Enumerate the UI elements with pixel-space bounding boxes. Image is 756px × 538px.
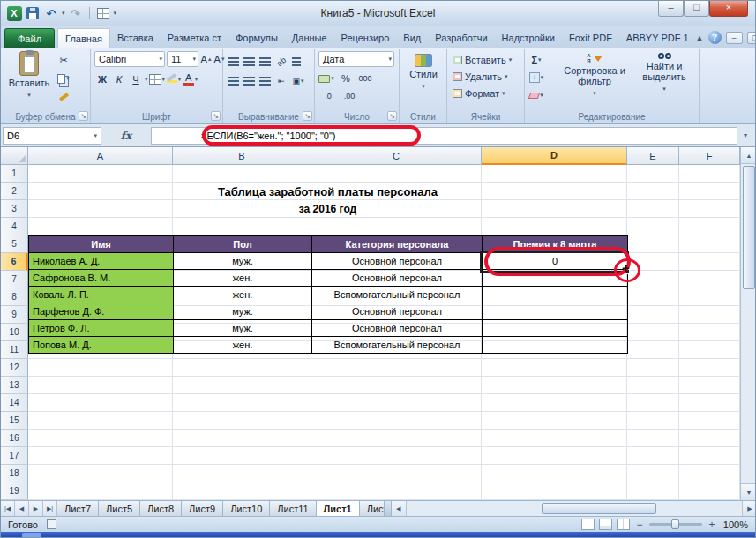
align-left-icon[interactable] [228,77,239,86]
sheet-tab-list10[interactable]: Лист10 [223,501,270,516]
row-header-7[interactable]: 7 [1,271,28,288]
autosum-button[interactable]: Σ▾ [528,52,544,68]
align-center-icon[interactable] [243,77,255,86]
increase-decimal-button[interactable]: .0 [320,88,336,104]
number-dialog-launcher[interactable]: ↘ [387,111,397,121]
percent-format-button[interactable]: % [338,71,354,86]
cell-a7[interactable]: Сафронова В. М. [29,270,174,287]
underline-dropdown-icon[interactable]: ▾ [145,76,148,83]
tab-page-layout[interactable]: Разметка ст [161,28,228,48]
header-cell-gender[interactable]: Пол [174,236,312,253]
column-header-c[interactable]: C [311,147,482,165]
font-size-combo[interactable]: 11▾ [167,51,198,67]
tab-file[interactable]: Файл [4,28,55,48]
taskbar-app-icon[interactable] [22,533,41,538]
row-header-11[interactable]: 11 [1,341,28,359]
row-header-18[interactable]: 18 [1,465,28,482]
row-header-9[interactable]: 9 [1,306,28,324]
insert-cells-button[interactable]: Вставить▾ [449,51,512,68]
next-sheet-icon[interactable]: ▶ [29,501,43,516]
workbook-restore-button[interactable]: □ [747,32,756,44]
name-box-dropdown-icon[interactable]: ▾ [94,132,97,139]
vertical-scrollbar[interactable]: ▲ ▼ [740,147,756,500]
horizontal-scrollbar[interactable]: ◀ ▶ [392,501,756,516]
zoom-slider-thumb[interactable] [671,519,679,529]
column-header-b[interactable]: B [173,147,311,165]
cell-b8[interactable]: жен. [174,287,312,303]
sheet-tab-list5[interactable]: Лист5 [99,501,140,516]
tab-review[interactable]: Рецензиро [334,28,397,48]
tab-data[interactable]: Данные [285,28,334,48]
italic-button[interactable]: К [111,71,127,87]
cell-d10[interactable] [483,320,628,337]
tab-home[interactable]: Главная [57,28,110,48]
cell-b10[interactable]: муж. [174,320,312,337]
tab-developer[interactable]: Разработчи [428,28,494,48]
page-break-view-button[interactable] [617,519,630,530]
tab-view[interactable]: Вид [396,28,428,48]
formula-input[interactable]: =ЕСЛИ(B6="жен."; "1000"; "0") [151,127,737,145]
column-header-f[interactable]: F [679,147,740,165]
row-header-3[interactable]: 3 [1,200,28,218]
cell-c6[interactable]: Основной персонал [312,253,483,270]
row-header-15[interactable]: 15 [1,412,28,430]
decrease-decimal-button[interactable]: .00 [341,88,357,104]
cell-d7[interactable] [483,270,628,287]
scroll-up-icon[interactable]: ▲ [741,147,756,164]
normal-view-button[interactable] [581,519,595,530]
zoom-out-button[interactable]: − [634,519,645,531]
horizontal-scrollbar-thumb[interactable] [542,503,656,514]
row-header-12[interactable]: 12 [1,359,28,377]
row-header-5[interactable]: 5 [1,235,28,253]
tab-split-handle[interactable] [385,501,392,516]
format-cells-button[interactable]: Формат▾ [449,85,512,101]
row-header-19[interactable]: 19 [1,482,28,500]
comma-format-button[interactable]: 000 [357,71,373,86]
currency-format-button[interactable]: ▾ [318,71,334,86]
paste-dropdown-icon[interactable]: ▾ [27,90,31,101]
fill-color-button[interactable]: ▾ [166,71,182,87]
sheet-tab-list7[interactable]: Лист7 [57,501,99,516]
fill-button[interactable]: ↓▾ [528,70,544,86]
paste-button[interactable]: Вставить ▾ [8,51,50,101]
header-cell-category[interactable]: Категория персонала [312,236,483,253]
delete-cells-button[interactable]: Удалить▾ [449,68,512,85]
find-select-button[interactable]: Найти и выделить ▾ [632,53,696,94]
orientation-button[interactable]: ab [272,52,291,72]
undo-button[interactable]: ↶ [43,5,59,21]
cell-b6[interactable]: муж. [174,253,312,270]
cell-d9[interactable] [483,303,628,320]
cell-c10[interactable]: Основной персонал [312,320,483,337]
help-icon[interactable]: ? [708,31,722,44]
last-sheet-icon[interactable]: ▶| [43,501,57,516]
cell-c11[interactable]: Вспомогательный персонал [312,337,483,354]
align-middle-icon[interactable] [243,57,255,66]
close-button[interactable]: × [709,1,748,17]
header-cell-name[interactable]: Имя [29,236,174,253]
clipboard-dialog-launcher[interactable]: ↘ [79,111,88,121]
sheet-tab-list8[interactable]: Лист8 [140,501,182,516]
sheet-tab-list9[interactable]: Лист9 [182,501,223,516]
underline-button[interactable]: Ч [128,71,144,87]
cell-d6-selected[interactable]: 0 [483,253,628,270]
row-header-14[interactable]: 14 [1,394,28,412]
vertical-scrollbar-thumb[interactable] [743,166,755,289]
scroll-right-icon[interactable]: ▶ [742,501,756,516]
workbook-minimize-button[interactable]: – [726,32,743,44]
redo-button[interactable]: ↷ [68,5,84,21]
macro-record-icon[interactable] [47,519,56,529]
sheet-tab-list1-active[interactable]: Лист1 [317,501,360,516]
tab-formulas[interactable]: Формулы [228,28,285,48]
column-header-e[interactable]: E [627,147,679,165]
scroll-down-icon[interactable]: ▼ [741,483,756,500]
column-header-a[interactable]: A [28,147,173,165]
zoom-in-button[interactable]: + [707,519,717,531]
cell-area[interactable]: Таблица заработной платы персонала за 20… [28,165,740,500]
cell-a9[interactable]: Парфенов Д. Ф. [29,303,174,320]
cell-d11[interactable] [483,337,628,354]
maximize-button[interactable]: □ [684,1,709,17]
windows-taskbar[interactable] [1,532,756,538]
align-top-icon[interactable] [228,57,239,66]
minimize-ribbon-icon[interactable]: ▲ [696,34,704,42]
row-header-4[interactable]: 4 [1,218,28,235]
